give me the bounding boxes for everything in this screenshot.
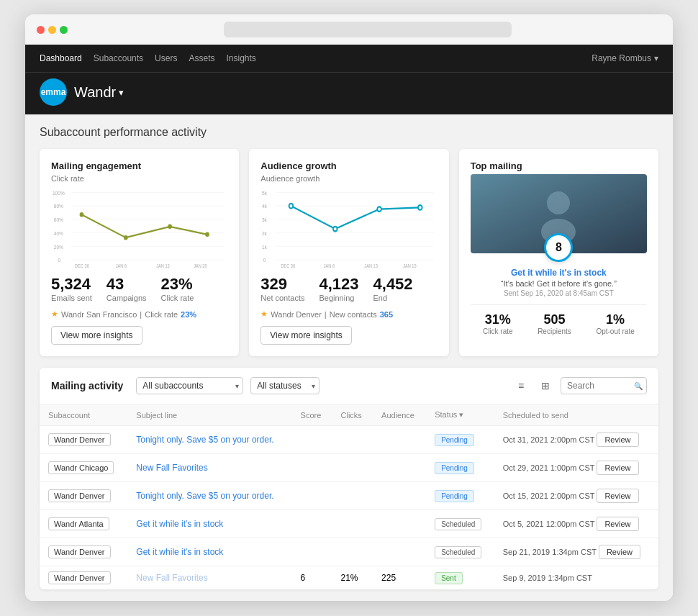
top-mailing-sent: Sent Sep 16, 2020 at 8:45am CST <box>471 289 647 297</box>
nav-insights[interactable]: Insights <box>226 53 255 63</box>
cell-clicks <box>332 454 373 482</box>
subaccount-chip: Wandr Denver <box>48 571 111 584</box>
stat-end: 4,452 End <box>373 275 413 302</box>
top-subaccount-badge-engagement: ★ Wandr San Francisco | Click rate 23% <box>51 309 227 319</box>
subject-link[interactable]: Tonight only. Save $5 on your order. <box>136 435 273 445</box>
dot-green <box>60 26 68 34</box>
page-content: Subaccount performance activity Mailing … <box>25 114 673 601</box>
svg-point-17 <box>124 235 128 240</box>
grid-view-btn[interactable]: ⊞ <box>536 376 555 395</box>
review-btn[interactable]: Review <box>597 432 638 447</box>
stat-campaigns: 43 Campaigns <box>106 275 147 302</box>
status-filter[interactable]: All statusesPendingScheduledSent <box>250 377 319 394</box>
svg-point-38 <box>378 207 382 212</box>
cell-status: Scheduled <box>426 538 494 566</box>
table-row: Wandr Denver Tonight only. Save $5 on yo… <box>40 482 658 510</box>
svg-text:2k: 2k <box>262 230 267 237</box>
nav-dashboard[interactable]: Dashboard <box>40 53 82 63</box>
view-more-insights-btn-audience[interactable]: View more insights <box>260 326 352 345</box>
col-scheduled: Scheduled to send <box>494 404 658 426</box>
nav-users[interactable]: Users <box>155 53 177 63</box>
cell-subject: Tonight only. Save $5 on your order. <box>127 482 291 510</box>
review-btn[interactable]: Review <box>597 461 638 475</box>
cell-audience <box>373 510 426 538</box>
status-badge: Pending <box>435 462 474 474</box>
cell-subaccount: Wandr Denver <box>40 482 127 510</box>
subaccount-filter[interactable]: All subaccountsWandr DenverWandr Chicago… <box>136 377 243 394</box>
brand-dropdown-icon: ▾ <box>119 87 124 98</box>
top-mailing-click-rate: 31% Click rate <box>483 312 513 335</box>
svg-text:JAN 13: JAN 13 <box>156 263 170 268</box>
top-mailing-subject: Get it while it's in stock <box>471 268 647 278</box>
audience-growth-chart-label: Audience growth <box>260 174 437 183</box>
search-input[interactable] <box>561 377 647 394</box>
cell-scheduled: Oct 31, 2021 2:00pm CST Review <box>494 426 658 454</box>
subaccount-chip: Wandr Denver <box>48 489 111 502</box>
svg-text:40%: 40% <box>54 230 64 237</box>
subaccount-chip: Wandr Denver <box>48 545 111 558</box>
cell-subject: Tonight only. Save $5 on your order. <box>127 426 291 454</box>
cell-status: Pending <box>426 426 494 454</box>
subject-link[interactable]: Tonight only. Save $5 on your order. <box>136 491 273 501</box>
cell-subject: Get it while it's in stock <box>127 510 291 538</box>
audience-growth-title: Audience growth <box>260 160 437 171</box>
view-more-insights-btn-engagement[interactable]: View more insights <box>51 326 142 345</box>
status-badge: Scheduled <box>435 518 481 530</box>
mailing-engagement-card: Mailing engagement Click rate 100% 80% <box>40 149 239 356</box>
nav-assets[interactable]: Assets <box>189 53 214 63</box>
cell-subject: Get it while it's in stock <box>127 538 291 566</box>
browser-dots <box>37 26 68 34</box>
subaccount-chip: Wandr Chicago <box>48 461 114 474</box>
stat-beginning: 4,123 Beginning <box>319 275 358 302</box>
review-btn[interactable]: Review <box>597 517 638 531</box>
status-filter-wrapper: All statusesPendingScheduledSent <box>250 377 319 394</box>
brand-name[interactable]: Wandr ▾ <box>74 84 124 101</box>
cell-score <box>292 482 332 510</box>
svg-point-18 <box>168 225 172 230</box>
subject-link[interactable]: Get it while it's in stock <box>136 519 223 529</box>
dot-red <box>37 26 45 34</box>
table-row: Wandr Denver Tonight only. Save $5 on yo… <box>40 426 658 454</box>
cell-subaccount: Wandr Denver <box>40 538 127 566</box>
top-nav: Dashboard Subaccounts Users Assets Insig… <box>25 45 673 72</box>
cell-score <box>292 538 332 566</box>
top-mailing-card: Top mailing 8 Get it while it's in st <box>459 149 658 356</box>
cell-score <box>292 510 332 538</box>
col-subaccount: Subaccount <box>40 404 127 426</box>
review-btn[interactable]: Review <box>597 489 638 503</box>
audience-growth-chart: 5k 4k 3k 2k 1k 0 DEC 30 JAN 6 JAN 13 JAN… <box>260 189 437 268</box>
table-header: Subaccount Subject line Score Clicks Aud… <box>40 404 658 426</box>
review-btn[interactable]: Review <box>599 545 640 559</box>
cell-audience: 225 <box>373 566 426 590</box>
emma-logo: emma <box>40 78 67 106</box>
svg-text:5k: 5k <box>262 190 267 196</box>
cell-clicks <box>332 426 373 454</box>
svg-text:JAN 19: JAN 19 <box>403 263 417 268</box>
browser-bar <box>25 14 673 45</box>
svg-text:JAN 6: JAN 6 <box>324 263 335 268</box>
col-score: Score <box>292 404 332 426</box>
cell-status: Pending <box>426 482 494 510</box>
col-subject: Subject line <box>127 404 291 426</box>
page-title: Subaccount performance activity <box>40 126 658 139</box>
dot-yellow <box>48 26 56 34</box>
subject-link[interactable]: New Fall Favorites <box>136 573 207 583</box>
svg-text:JAN 13: JAN 13 <box>365 263 379 268</box>
subject-link[interactable]: Get it while it's in stock <box>136 547 223 557</box>
subaccount-chip: Wandr Atlanta <box>48 517 109 530</box>
nav-subaccounts[interactable]: Subaccounts <box>94 53 143 63</box>
col-audience: Audience <box>373 404 426 426</box>
cell-subaccount: Wandr Denver <box>40 566 127 590</box>
subject-link[interactable]: New Fall Favorites <box>136 463 207 473</box>
cell-audience <box>373 454 426 482</box>
score-badge: 8 <box>544 233 573 262</box>
svg-point-39 <box>418 205 422 210</box>
status-badge: Pending <box>435 490 474 502</box>
col-status[interactable]: Status ▾ <box>426 404 494 426</box>
svg-text:0: 0 <box>263 258 266 264</box>
cell-score <box>292 426 332 454</box>
svg-text:JAN 20: JAN 20 <box>194 263 207 268</box>
cards-row: Mailing engagement Click rate 100% 80% <box>40 149 658 356</box>
list-view-btn[interactable]: ≡ <box>512 376 530 395</box>
activity-header: Mailing activity All subaccountsWandr De… <box>40 368 658 404</box>
